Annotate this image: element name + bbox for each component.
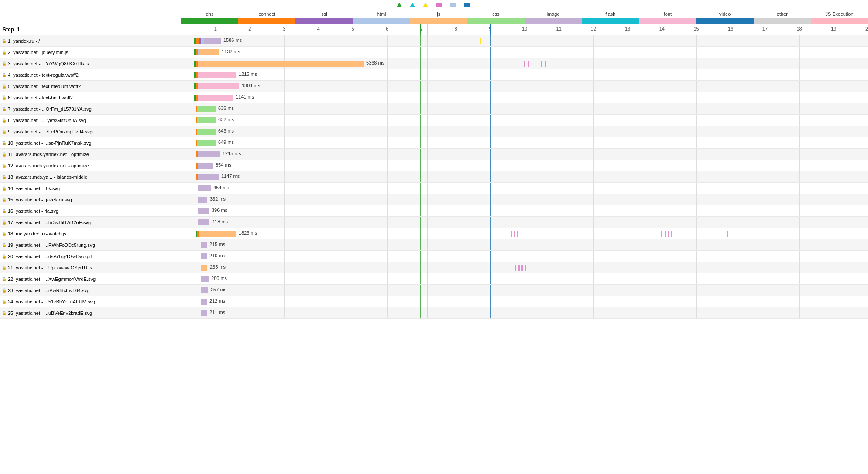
- timeline-tick-14: 14: [659, 26, 665, 31]
- vline: [420, 35, 421, 46]
- grid-line: [593, 58, 594, 69]
- grid-line: [593, 69, 594, 80]
- grid-line: [662, 137, 662, 148]
- grid-line: [422, 183, 422, 194]
- grid-line: [284, 217, 285, 228]
- grid-line: [284, 273, 285, 284]
- grid-line: [628, 69, 628, 80]
- grid-line: [765, 35, 765, 46]
- grid-line: [250, 262, 250, 273]
- grid-line: [525, 273, 525, 284]
- grid-line: [628, 183, 628, 194]
- grid-line: [696, 273, 697, 284]
- mark-dot: [517, 231, 518, 237]
- grid-line: [387, 183, 388, 194]
- timing-label: 211 ms: [209, 310, 225, 315]
- bar-container: [198, 219, 209, 225]
- grid-line: [628, 126, 628, 137]
- grid-line: [387, 239, 388, 250]
- bar-segment: [200, 151, 220, 157]
- grid-line: [593, 81, 594, 92]
- grid-line: [731, 92, 731, 103]
- vline: [490, 228, 491, 239]
- bar-segment: [201, 287, 208, 293]
- grid-line: [284, 171, 285, 182]
- grid-line: [353, 69, 353, 80]
- timeline-tick-2: 2: [248, 26, 251, 31]
- grid-line: [731, 217, 731, 228]
- grid-line: [696, 183, 697, 194]
- vline: [420, 47, 421, 58]
- mark-dot: [511, 231, 512, 237]
- grid-line: [834, 149, 834, 160]
- grid-line: [319, 160, 319, 171]
- grid-line: [353, 149, 353, 160]
- grid-line: [284, 69, 285, 80]
- grid-line: [593, 205, 594, 216]
- mark-dot: [545, 61, 546, 67]
- grid-line: [593, 307, 594, 318]
- request-name: 19. yastatic.net - ...RWhFoDDc5rung.svg: [8, 242, 95, 248]
- grid-line: [353, 262, 353, 273]
- bar-segment: [201, 276, 209, 282]
- grid-line: [422, 296, 422, 307]
- timeline-tick-15: 15: [693, 26, 699, 31]
- request-row-17: 🔒18. mc.yandex.ru - watch.js: [0, 228, 181, 239]
- grid-line: [422, 47, 422, 58]
- grid-line: [696, 35, 697, 46]
- request-name: 10. yastatic.net - ...sz-PjnRuK7msk.svg: [8, 140, 91, 146]
- lock-icon: 🔒: [2, 152, 7, 157]
- grid-line: [628, 205, 628, 216]
- grid-line: [731, 160, 731, 171]
- bar-container: [198, 197, 207, 203]
- request-row-3: 🔒4. yastatic.net - text-regular.woff2: [0, 69, 181, 81]
- timeline-row-11: 854 ms: [181, 160, 868, 171]
- vline: [490, 205, 491, 216]
- grid-line: [765, 228, 765, 239]
- grid-line: [353, 160, 353, 171]
- grid-line: [799, 217, 800, 228]
- timeline-row-2: 5368 ms: [181, 58, 868, 69]
- bar-segment: [201, 38, 204, 44]
- grid-line: [731, 81, 731, 92]
- grid-line: [456, 239, 456, 250]
- grid-line: [731, 205, 731, 216]
- bar-container: [201, 310, 207, 316]
- request-name: 9. yastatic.net - ...7LePOnzmpHzd4.svg: [8, 129, 93, 134]
- request-name: 20. yastatic.net - ...dsAr1qy1GwCwo.gif: [8, 254, 92, 259]
- grid-line: [696, 217, 697, 228]
- legend-start-render: [397, 3, 404, 7]
- bar-container: [196, 174, 219, 180]
- grid-line: [559, 92, 559, 103]
- grid-line: [765, 81, 765, 92]
- mark-dot: [668, 231, 669, 237]
- mark-dot: [727, 231, 728, 237]
- vline: [427, 273, 428, 284]
- color-other: [754, 18, 811, 24]
- grid-line: [284, 296, 285, 307]
- grid-line: [765, 239, 765, 250]
- grid-line: [250, 307, 250, 318]
- timeline-row-18: 215 ms: [181, 239, 868, 251]
- timeline-row-6: 636 ms: [181, 103, 868, 115]
- vline: [490, 126, 491, 137]
- timeline-tick-11: 11: [556, 26, 562, 31]
- timeline-row-5: 1141 ms: [181, 92, 868, 103]
- grid-line: [422, 262, 422, 273]
- grid-line: [765, 103, 765, 114]
- grid-line: [525, 239, 525, 250]
- grid-line: [525, 285, 525, 296]
- timing-label: 636 ms: [218, 106, 234, 111]
- grid-line: [662, 296, 662, 307]
- request-row-6: 🔒7. yastatic.net - ...OrFm_dL5781YA.svg: [0, 103, 181, 115]
- grid-line: [731, 35, 731, 46]
- color-spacer: [0, 18, 181, 24]
- vline: [420, 160, 421, 171]
- vline: [427, 194, 428, 205]
- bar-segment: [198, 163, 213, 169]
- timing-label: 1215 ms: [239, 72, 257, 77]
- waterfall-main: Step_1 🔒1. yandex.ru - /🔒2. yastatic.net…: [0, 24, 868, 319]
- type-dns: dns: [181, 10, 238, 18]
- grid-line: [525, 296, 525, 307]
- grid-line: [834, 171, 834, 182]
